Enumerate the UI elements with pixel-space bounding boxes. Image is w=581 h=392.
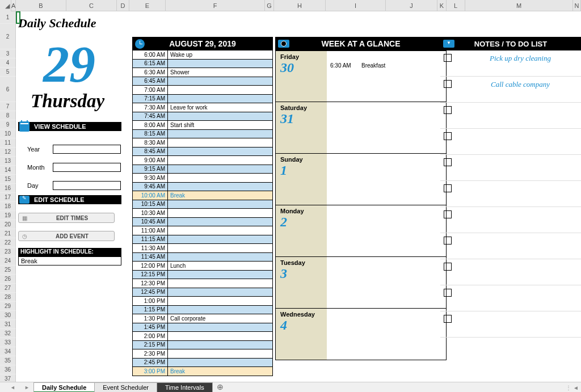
schedule-row[interactable]: 10:45 AM (132, 218, 273, 227)
schedule-row[interactable]: 3:00 PMBreak (132, 367, 273, 376)
tab-new[interactable]: ⊕ (212, 382, 228, 393)
week-day[interactable]: Saturday31 (275, 102, 447, 154)
schedule-row[interactable]: 10:15 AM (132, 200, 273, 209)
schedule-event[interactable] (168, 147, 272, 156)
select-all-corner[interactable]: ◢ (0, 0, 11, 11)
schedule-row[interactable]: 7:45 AM (132, 112, 273, 121)
note-text[interactable] (460, 129, 581, 132)
schedule-event[interactable] (168, 271, 272, 279)
row-header-29[interactable]: 29 (0, 302, 16, 311)
note-text[interactable] (460, 259, 581, 263)
schedule-event[interactable]: Lunch (168, 262, 272, 270)
schedule-row[interactable]: 9:30 AM (132, 174, 273, 183)
schedule-event[interactable] (168, 218, 272, 226)
note-checkbox[interactable] (444, 80, 452, 88)
schedule-row[interactable]: 1:00 PM (132, 297, 273, 306)
schedule-event[interactable] (168, 306, 272, 314)
note-text[interactable] (460, 103, 581, 106)
note-row[interactable] (440, 129, 581, 155)
schedule-row[interactable]: 2:15 PM (132, 341, 273, 350)
note-checkbox[interactable] (444, 315, 452, 323)
week-day-events[interactable] (327, 154, 446, 205)
col-header-H[interactable]: H (274, 0, 326, 11)
week-day[interactable]: Wednesday4 (275, 309, 447, 360)
schedule-event[interactable] (168, 165, 272, 174)
week-day[interactable]: Friday306:30 AMBreakfast (275, 50, 447, 102)
highlight-input[interactable]: Break (18, 256, 121, 265)
schedule-event[interactable] (168, 112, 272, 121)
row-header-22[interactable]: 22 (0, 238, 16, 247)
schedule-event[interactable] (168, 235, 272, 244)
note-text[interactable] (460, 233, 581, 237)
schedule-event[interactable] (168, 156, 272, 165)
tab-nav[interactable]: ◄► (0, 385, 34, 390)
note-row[interactable] (440, 233, 581, 259)
week-day-events[interactable]: 6:30 AMBreakfast (327, 51, 446, 102)
schedule-event[interactable] (168, 209, 272, 217)
row-header-21[interactable]: 21 (0, 229, 16, 238)
col-header-J[interactable]: J (386, 0, 437, 11)
col-header-D[interactable]: D (117, 0, 129, 11)
schedule-row[interactable]: 11:45 AM (132, 253, 273, 262)
note-text[interactable] (460, 207, 581, 210)
schedule-event[interactable]: Call corporate (168, 314, 272, 323)
schedule-event[interactable] (168, 297, 272, 305)
note-row[interactable] (440, 103, 581, 129)
row-header-19[interactable]: 19 (0, 211, 16, 220)
note-text[interactable] (460, 155, 581, 158)
schedule-event[interactable] (168, 279, 272, 288)
schedule-event[interactable] (168, 183, 272, 191)
row-header-17[interactable]: 17 (0, 193, 16, 202)
schedule-row[interactable]: 2:00 PM (132, 332, 273, 341)
schedule-row[interactable]: 6:45 AM (132, 77, 273, 86)
row-header-1[interactable]: 1 (0, 11, 16, 24)
schedule-event[interactable] (168, 349, 272, 358)
schedule-row[interactable]: 7:30 AMLeave for work (132, 103, 273, 112)
note-checkbox[interactable] (444, 289, 452, 297)
schedule-row[interactable]: 6:15 AM (132, 60, 273, 69)
schedule-event[interactable] (168, 253, 272, 262)
schedule-row[interactable]: 11:00 AM (132, 226, 273, 235)
schedule-row[interactable]: 10:00 AMBreak (132, 191, 273, 200)
schedule-row[interactable]: 6:30 AMShower (132, 68, 273, 77)
row-header-4[interactable]: 4 (0, 58, 16, 68)
schedule-row[interactable]: 8:15 AM (132, 130, 273, 139)
tab-time-intervals[interactable]: Time Intervals (157, 382, 213, 393)
note-text[interactable] (460, 285, 581, 289)
week-day[interactable]: Tuesday3 (275, 257, 447, 309)
week-day-events[interactable] (327, 257, 446, 308)
note-row[interactable] (440, 259, 581, 285)
col-header-N[interactable]: N (573, 0, 581, 11)
schedule-row[interactable]: 12:30 PM (132, 279, 273, 288)
row-header-10[interactable]: 10 (0, 129, 16, 138)
col-header-C[interactable]: C (66, 0, 117, 11)
schedule-row[interactable]: 12:00 PMLunch (132, 262, 273, 271)
schedule-event[interactable]: Start shift (168, 121, 272, 129)
schedule-event[interactable] (168, 60, 272, 68)
schedule-row[interactable]: 11:15 AM (132, 235, 273, 245)
schedule-event[interactable]: Break (168, 191, 272, 200)
schedule-event[interactable] (168, 77, 272, 86)
schedule-row[interactable]: 2:30 PM (132, 349, 273, 359)
schedule-event[interactable] (168, 138, 272, 147)
schedule-row[interactable]: 1:45 PM (132, 323, 273, 332)
week-day-events[interactable] (327, 309, 446, 360)
col-header-A[interactable]: A (11, 0, 16, 11)
note-checkbox[interactable] (444, 106, 452, 114)
row-header-27[interactable]: 27 (0, 284, 16, 293)
note-row[interactable]: Pick up dry cleaning (440, 50, 581, 77)
row-header-36[interactable]: 36 (0, 365, 16, 374)
row-header-11[interactable]: 11 (0, 138, 16, 147)
note-checkbox[interactable] (444, 237, 452, 245)
col-header-K[interactable]: K (437, 0, 447, 11)
year-input[interactable] (53, 145, 121, 154)
schedule-event[interactable] (168, 359, 272, 367)
row-header-30[interactable]: 30 (0, 311, 16, 320)
week-day-events[interactable] (327, 102, 446, 153)
schedule-row[interactable]: 9:45 AM (132, 183, 273, 192)
note-text[interactable]: Pick up dry cleaning (460, 50, 581, 63)
schedule-row[interactable]: 1:15 PM (132, 306, 273, 315)
note-text[interactable] (460, 181, 581, 184)
schedule-event[interactable] (168, 332, 272, 340)
row-header-16[interactable]: 16 (0, 184, 16, 193)
